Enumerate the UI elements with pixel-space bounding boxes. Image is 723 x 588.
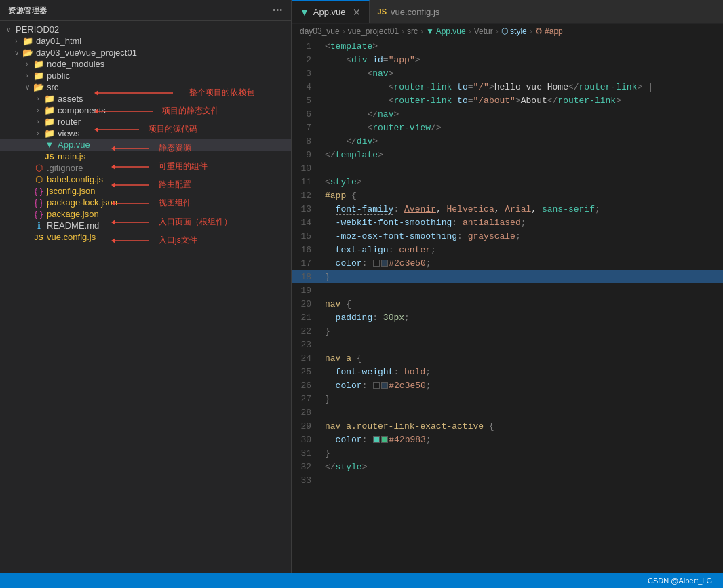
- code-line-26: 26 color: #2c3e50;: [292, 378, 723, 392]
- tab-vue-config-label: vue.config.js: [391, 7, 439, 17]
- code-line-19: 19: [292, 283, 723, 297]
- code-line-12: 12 #app {: [292, 189, 723, 202]
- vue-tab-icon: ▼: [300, 7, 309, 18]
- tree-item-babel[interactable]: ⬡ babel.config.js: [0, 174, 291, 185]
- code-line-5: 5 <router-link to="/about">About</router…: [292, 94, 723, 107]
- code-line-3: 3 <nav>: [292, 66, 723, 80]
- folder-icon: 📁: [43, 117, 56, 127]
- color-swatch-26b: [381, 382, 388, 389]
- tabs-bar: ▼ App.vue ✕ JS vue.config.js: [292, 0, 723, 24]
- tree-item-node-modules[interactable]: › 📁 node_modules: [0, 58, 291, 70]
- code-line-23: 23: [292, 338, 723, 351]
- tree-item-jsconfig[interactable]: { } jsconfig.json: [0, 185, 291, 197]
- components-arrow: ›: [33, 106, 43, 114]
- code-area[interactable]: 1 <template> 2 <div id="app"> 3 <nav>: [292, 39, 723, 573]
- bc-style: ⬡ style: [501, 26, 527, 36]
- day03-label: day03_vue\vue_project01: [36, 47, 137, 58]
- assets-arrow: ›: [33, 95, 43, 102]
- folder-icon: 📁: [33, 71, 45, 81]
- json-icon: { }: [33, 209, 45, 219]
- code-line-29: 29 nav a.router-link-exact-active {: [292, 419, 723, 433]
- code-line-24: 24 nav a {: [292, 351, 723, 365]
- code-line-11: 11 <style>: [292, 175, 723, 189]
- code-line-33: 33: [292, 473, 723, 487]
- info-icon: ℹ: [33, 220, 45, 231]
- sidebar: 资源管理器 ··· ∨ PERIOD02 › 📁 day01_html ∨ 📂: [0, 0, 292, 573]
- mainjs-label: main.js: [58, 151, 85, 161]
- public-label: public: [47, 71, 70, 81]
- bc-hash: ⚙ #app: [535, 26, 563, 36]
- tree-item-gitignore[interactable]: ⬡ .gitignore: [0, 162, 291, 174]
- readme-label: README.md: [47, 220, 99, 231]
- code-line-22: 22 }: [292, 324, 723, 338]
- tree-item-main-js[interactable]: JS main.js: [0, 151, 291, 162]
- jsconfig-label: jsconfig.json: [47, 186, 96, 196]
- code-line-10: 10: [292, 161, 723, 175]
- pkglock-label: package-lock.json: [47, 197, 117, 208]
- tree-item-day01[interactable]: › 📁 day01_html: [0, 35, 291, 47]
- nm-label: node_modules: [47, 59, 104, 69]
- nm-arrow: ›: [22, 60, 33, 68]
- code-line-21: 21 padding: 30px;: [292, 311, 723, 324]
- tree-item-assets[interactable]: › 📁 assets: [0, 93, 291, 104]
- code-line-14: 14 -webkit-font-smoothing: antialiased;: [292, 216, 723, 229]
- code-table: 1 <template> 2 <div id="app"> 3 <nav>: [292, 39, 723, 487]
- folder-icon: 📁: [43, 128, 56, 138]
- bc-src: src: [407, 26, 418, 36]
- code-line-16: 16 text-align: center;: [292, 243, 723, 256]
- js-icon: JS: [33, 233, 45, 241]
- code-line-1: 1 <template>: [292, 39, 723, 53]
- babel-icon: ⬡: [33, 174, 45, 184]
- sidebar-header: 资源管理器 ···: [0, 0, 291, 21]
- src-label: src: [47, 82, 58, 92]
- code-line-13: 13 font-family: Avenir, Helvetica, Arial…: [292, 202, 723, 216]
- bc-day03: day03_vue: [300, 26, 340, 36]
- app-container: 资源管理器 ··· ∨ PERIOD02 › 📁 day01_html ∨ 📂: [0, 0, 723, 573]
- tree-item-public[interactable]: › 📁 public: [0, 70, 291, 81]
- code-line-31: 31 }: [292, 446, 723, 460]
- code-line-18: 18 }: [292, 270, 723, 283]
- tree-item-pkglock[interactable]: { } package-lock.json: [0, 197, 291, 208]
- code-line-32: 32 </style>: [292, 460, 723, 473]
- tree-item-views[interactable]: › 📁 views: [0, 128, 291, 139]
- gitignore-label: .gitignore: [47, 163, 83, 173]
- src-arrow: ∨: [22, 83, 33, 91]
- assets-label: assets: [58, 94, 83, 104]
- day01-arrow: ›: [11, 37, 22, 45]
- tree-item-router[interactable]: › 📁 router: [0, 116, 291, 128]
- folder-icon: 📁: [43, 94, 56, 104]
- tree-item-readme[interactable]: ℹ README.md: [0, 220, 291, 231]
- sidebar-title: 资源管理器: [8, 5, 47, 16]
- day01-label: day01_html: [36, 36, 81, 46]
- babel-label: babel.config.js: [47, 174, 103, 184]
- code-line-4: 4 <router-link to="/">hello vue Home</ro…: [292, 80, 723, 94]
- views-label: views: [58, 128, 80, 138]
- bc-appvue: ▼ App.vue: [426, 26, 466, 36]
- js-icon: JS: [43, 153, 56, 161]
- color-swatch-dark1: [373, 260, 380, 267]
- code-line-17: 17 color: #2c3e50;: [292, 256, 723, 270]
- router-arrow: ›: [33, 118, 43, 125]
- tree-item-components[interactable]: › 📁 components: [0, 104, 291, 116]
- tree-item-pkg[interactable]: { } package.json: [0, 208, 291, 220]
- tree-item-app-vue[interactable]: ▼ App.vue: [0, 139, 291, 151]
- tree-item-vueconfig[interactable]: JS vue.config.js: [0, 231, 291, 243]
- tab-vue-config[interactable]: JS vue.config.js: [370, 0, 449, 23]
- folder-icon: 📁: [43, 105, 56, 115]
- tab-close-button[interactable]: ✕: [353, 7, 361, 18]
- tab-app-vue[interactable]: ▼ App.vue ✕: [292, 0, 370, 23]
- bc-vetur: Vetur: [474, 26, 493, 36]
- sidebar-tree: ∨ PERIOD02 › 📁 day01_html ∨ 📂 day03_vue\…: [0, 21, 291, 573]
- router-label: router: [58, 117, 81, 127]
- code-line-7: 7 <router-view/>: [292, 121, 723, 134]
- appvue-label: App.vue: [58, 140, 90, 150]
- code-line-25: 25 font-weight: bold;: [292, 365, 723, 378]
- sidebar-more-button[interactable]: ···: [273, 4, 283, 16]
- tree-item-day03[interactable]: ∨ 📂 day03_vue\vue_project01: [0, 47, 291, 58]
- vue-icon: ▼: [43, 140, 56, 150]
- pkg-label: package.json: [47, 209, 99, 219]
- tree-item-src[interactable]: ∨ 📂 src: [0, 81, 291, 93]
- public-arrow: ›: [22, 72, 33, 79]
- tree-root[interactable]: ∨ PERIOD02: [0, 24, 291, 35]
- tab-app-vue-label: App.vue: [313, 7, 346, 17]
